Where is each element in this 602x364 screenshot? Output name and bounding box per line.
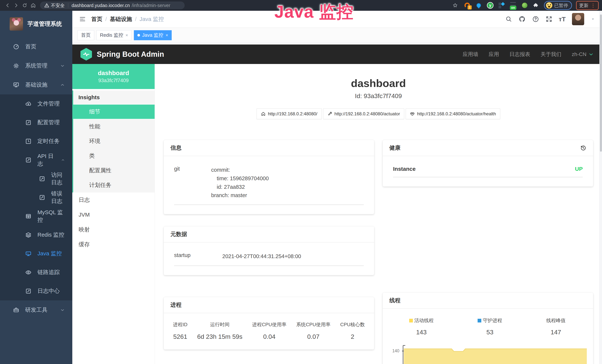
sidebar-item-label: Java 监控 <box>37 250 62 257</box>
chevron-down-icon <box>60 308 65 312</box>
hamburger-menu-icon[interactable] <box>79 16 86 23</box>
sba-locale-label: zh-CN <box>572 51 586 57</box>
sba-nav-wallboard[interactable]: 应用墙 <box>463 51 478 58</box>
url-host: dashboard.yudao.iocoder.cn <box>72 3 130 8</box>
sba-locale-select[interactable]: zh-CN <box>572 51 594 57</box>
process-cpu-header: 进程CPU使用率 <box>252 321 286 328</box>
sidebar-item-redis-monitor[interactable]: Redis 监控 <box>0 225 72 244</box>
sidebar-item-label: 配置管理 <box>37 119 60 126</box>
sidebar-item-tracing[interactable]: 链路追踪 <box>0 263 72 282</box>
sidebar-item-log-center[interactable]: 日志中心 <box>0 282 72 300</box>
tab-home[interactable]: 首页 <box>77 30 94 40</box>
tab-label: 首页 <box>81 32 91 38</box>
sba-nav-journal[interactable]: 日志报表 <box>509 51 530 58</box>
sidebar-item-error-logs[interactable]: 错误日志 <box>0 188 72 207</box>
legend-square-yellow <box>409 319 413 322</box>
git-branch-line: branch: master <box>211 191 364 200</box>
cpu-cores-value: 2 <box>340 333 365 340</box>
tab-close-icon[interactable]: × <box>166 33 168 38</box>
sidebar-item-access-logs[interactable]: 访问日志 <box>0 169 72 188</box>
sidebar-item-api-logs[interactable]: API 日志 <box>0 150 72 169</box>
browser-back-button[interactable] <box>3 1 12 10</box>
tab-redis-monitor[interactable]: Redis 监控 × <box>97 30 132 40</box>
sidebar-item-dev-tools[interactable]: 研发工具 <box>0 300 72 320</box>
sidebar-item-system[interactable]: 系统管理 <box>0 56 72 75</box>
sba-insights-title: Insights <box>73 90 155 105</box>
sidebar-item-file-manage[interactable]: 文件管理 <box>0 94 72 113</box>
fullscreen-icon[interactable] <box>546 16 552 23</box>
threads-card-title: 线程 <box>389 297 400 304</box>
sba-nav-applications[interactable]: 应用 <box>489 51 499 58</box>
service-url: http://192.168.0.2:48080/ <box>268 111 317 117</box>
paused-badge[interactable]: 已暂停 <box>544 1 572 10</box>
extension-switch-icon[interactable]: on <box>509 2 517 9</box>
browser-reload-button[interactable] <box>20 1 29 10</box>
sba-menu-classes[interactable]: 类 <box>73 149 155 163</box>
extension-colorzilla-icon[interactable]: 1 <box>463 2 471 9</box>
actuator-url-chip[interactable]: http://192.168.0.2:48080/actuator <box>323 108 404 119</box>
extension-leaf-icon[interactable] <box>521 2 528 9</box>
browser-forward-button[interactable] <box>12 1 20 10</box>
log-edit-icon <box>39 194 45 201</box>
history-icon[interactable] <box>580 145 586 151</box>
sba-menu-environment[interactable]: 环境 <box>73 134 155 149</box>
breadcrumb-infra[interactable]: 基础设施 <box>110 15 132 23</box>
sba-instance-header[interactable]: dashboard 93a3fc7f7409 <box>72 64 155 89</box>
sba-menu-metrics[interactable]: 性能 <box>73 119 155 134</box>
avatar[interactable] <box>572 13 584 25</box>
extension-pin-icon[interactable] <box>475 2 483 9</box>
sba-instance-sidebar: dashboard 93a3fc7f7409 Insights 细节 性能 环境… <box>72 64 155 364</box>
health-url-chip[interactable]: http://192.168.0.2:48080/actuator/health <box>406 108 500 119</box>
sidebar-item-home[interactable]: 首页 <box>0 37 72 56</box>
sba-instance-name: dashboard <box>98 70 129 76</box>
sba-menu-config-props[interactable]: 配置属性 <box>73 163 155 178</box>
service-url-chip[interactable]: http://192.168.0.2:48080/ <box>257 108 322 119</box>
browser-menu-icon[interactable]: ⋮ <box>591 3 595 8</box>
daemon-threads-value: 53 <box>478 329 502 336</box>
browser-home-button[interactable] <box>29 1 37 10</box>
threads-card: 线程 活动线程 143 守护进程 53 <box>383 293 593 364</box>
heartbeat-icon <box>410 111 415 116</box>
health-instance-row[interactable]: Instance UP <box>393 166 583 177</box>
extensions-puzzle-icon[interactable] <box>532 2 540 9</box>
address-bar[interactable]: 不安全 dashboard.yudao.iocoder.cn/infra/adm… <box>40 1 185 9</box>
sba-insights-section: Insights 细节 性能 环境 类 配置属性 计划任务 <box>72 90 155 193</box>
sba-menu-caches[interactable]: 缓存 <box>72 237 155 252</box>
sidebar-item-scheduled-jobs[interactable]: 定时任务 <box>0 132 72 150</box>
extension-y-icon[interactable]: y <box>486 2 494 9</box>
gauge-icon <box>13 43 19 50</box>
spring-boot-admin-logo[interactable] <box>80 48 92 61</box>
metadata-card-title: 元数据 <box>170 230 187 238</box>
caret-down-icon[interactable] <box>591 17 595 21</box>
tab-java-monitor[interactable]: Java 监控 × <box>134 30 172 40</box>
help-icon[interactable] <box>532 16 539 23</box>
scrollbar-thumb[interactable] <box>600 14 602 152</box>
sba-nav-about[interactable]: 关于我们 <box>541 51 561 58</box>
search-icon[interactable] <box>505 16 512 22</box>
info-git-label: git <box>174 166 211 200</box>
sba-menu-mappings[interactable]: 映射 <box>72 222 155 237</box>
sidebar-item-java-monitor[interactable]: Java 监控 <box>0 244 72 263</box>
sidebar-item-mysql-monitor[interactable]: MySQL 监控 <box>0 207 72 225</box>
font-size-icon[interactable]: ᴛT <box>559 16 566 23</box>
page-scrollbar[interactable] <box>599 11 602 364</box>
system-cpu-header: 系统CPU使用率 <box>296 321 331 328</box>
sidebar-item-infra[interactable]: 基础设施 <box>0 75 72 94</box>
metadata-startup-row: startup 2021-04-27T00:44:31.254+08:00 <box>174 252 364 266</box>
tab-close-icon[interactable]: × <box>126 33 128 38</box>
sba-menu-scheduled-tasks[interactable]: 计划任务 <box>73 178 155 193</box>
sidebar-item-config-manage[interactable]: 配置管理 <box>0 113 72 132</box>
cpu-cores-header: CPU核心数 <box>340 321 365 328</box>
github-icon[interactable] <box>518 15 526 23</box>
sba-menu-logs[interactable]: 日志 <box>72 193 155 207</box>
warning-icon <box>44 3 49 8</box>
breadcrumb-home[interactable]: 首页 <box>91 15 102 23</box>
browser-update-button[interactable]: 更新 ⋮ <box>576 1 599 10</box>
sba-menu-jvm[interactable]: JVM <box>72 207 155 222</box>
sba-menu-details[interactable]: 细节 <box>73 105 155 119</box>
extension-grid-icon[interactable] <box>498 2 505 9</box>
process-card-title: 进程 <box>170 301 182 309</box>
bookmark-star-icon[interactable] <box>451 1 459 10</box>
sba-brand-title[interactable]: Spring Boot Admin <box>97 50 164 58</box>
database-table-icon <box>25 213 32 219</box>
